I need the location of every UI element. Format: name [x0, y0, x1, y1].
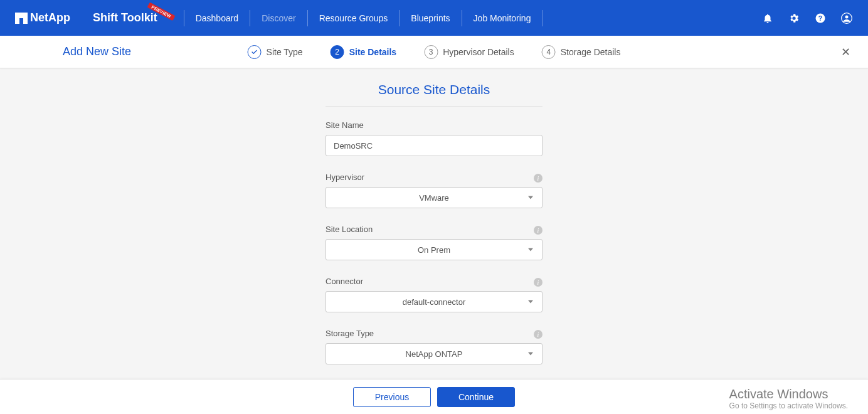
previous-button[interactable]: Previous: [353, 387, 431, 407]
nav-discover[interactable]: Discover: [262, 13, 295, 23]
connector-select[interactable]: default-connector: [326, 291, 542, 312]
hypervisor-value: VMware: [419, 193, 449, 203]
hypervisor-label: Hypervisor: [326, 172, 542, 182]
step-site-details[interactable]: 2 Site Details: [331, 45, 396, 59]
gear-icon[interactable]: [788, 12, 800, 24]
user-icon[interactable]: [840, 12, 853, 24]
nav-separator: [462, 10, 462, 26]
nav-dashboard[interactable]: Dashboard: [196, 13, 239, 23]
field-hypervisor: Hypervisor i VMware: [326, 172, 542, 208]
step-number: 4: [542, 45, 556, 59]
step-label: Storage Details: [561, 47, 621, 57]
section-title: Source Site Details: [326, 82, 542, 107]
watermark-title: Activate Windows: [729, 387, 848, 401]
storage-type-select[interactable]: NetApp ONTAP: [326, 343, 542, 364]
step-number: 2: [331, 45, 344, 59]
svg-point-3: [845, 15, 849, 18]
field-storage-type: Storage Type i NetApp ONTAP: [326, 329, 542, 364]
chevron-down-icon: [528, 353, 533, 356]
watermark-sub: Go to Settings to activate Windows.: [729, 401, 848, 410]
site-location-label: Site Location: [326, 225, 542, 234]
app-title: Shift Toolkit PREVIEW: [93, 11, 172, 24]
wizard-header: Add New Site Site Type 2 Site Details 3 …: [0, 36, 868, 68]
nav-separator: [542, 10, 542, 26]
step-label: Site Type: [267, 47, 303, 57]
netapp-logo-icon: [15, 13, 28, 24]
info-icon[interactable]: i: [534, 278, 542, 287]
storage-type-value: NetApp ONTAP: [406, 349, 463, 359]
footer-actions: Previous Continue Activate Windows Go to…: [0, 379, 868, 414]
site-location-value: On Prem: [418, 245, 450, 255]
brand-text: NetApp: [30, 11, 70, 24]
field-site-location: Site Location i On Prem: [326, 225, 542, 260]
chevron-down-icon: [528, 196, 533, 199]
nav-separator: [250, 10, 250, 26]
continue-button[interactable]: Continue: [437, 387, 515, 407]
wizard-steps: Site Type 2 Site Details 3 Hypervisor De…: [248, 45, 621, 59]
step-label: Hypervisor Details: [443, 47, 514, 57]
chevron-down-icon: [528, 300, 533, 304]
info-icon[interactable]: i: [534, 174, 542, 183]
step-site-type[interactable]: Site Type: [248, 45, 303, 59]
nav-separator: [399, 10, 400, 26]
check-icon: [248, 45, 262, 59]
bell-icon[interactable]: [761, 12, 774, 24]
app-title-text: Shift Toolkit: [93, 11, 157, 24]
nav-separator: [184, 10, 184, 26]
close-icon[interactable]: ✕: [841, 45, 850, 59]
site-name-label: Site Name: [326, 120, 542, 130]
nav-separator: [307, 10, 308, 26]
step-label: Site Details: [349, 47, 396, 57]
nav-resource-groups[interactable]: Resource Groups: [319, 13, 388, 23]
step-hypervisor-details[interactable]: 3 Hypervisor Details: [424, 45, 514, 59]
chevron-down-icon: [528, 248, 533, 252]
form-inner: Source Site Details Site Name Hypervisor…: [326, 82, 542, 379]
step-number: 3: [424, 45, 438, 59]
info-icon[interactable]: i: [534, 330, 542, 339]
site-location-select[interactable]: On Prem: [326, 239, 542, 260]
nav-blueprints[interactable]: Blueprints: [411, 13, 450, 23]
page-title: Add New Site: [63, 45, 131, 58]
info-icon[interactable]: i: [534, 226, 542, 235]
connector-value: default-connector: [403, 297, 465, 307]
field-site-name: Site Name: [326, 120, 542, 156]
help-icon[interactable]: ?: [814, 12, 827, 24]
step-storage-details[interactable]: 4 Storage Details: [542, 45, 621, 59]
storage-type-label: Storage Type: [326, 329, 542, 338]
brand-logo[interactable]: NetApp: [15, 11, 70, 24]
nav-job-monitoring[interactable]: Job Monitoring: [474, 13, 531, 23]
connector-label: Connector: [326, 277, 542, 286]
hypervisor-select[interactable]: VMware: [326, 187, 542, 208]
form-area: Source Site Details Site Name Hypervisor…: [0, 68, 868, 379]
top-nav: NetApp Shift Toolkit PREVIEW Dashboard D…: [0, 0, 868, 36]
windows-watermark: Activate Windows Go to Settings to activ…: [729, 387, 848, 410]
svg-text:?: ?: [818, 14, 822, 21]
field-connector: Connector i default-connector: [326, 277, 542, 312]
site-name-input[interactable]: [326, 135, 542, 156]
